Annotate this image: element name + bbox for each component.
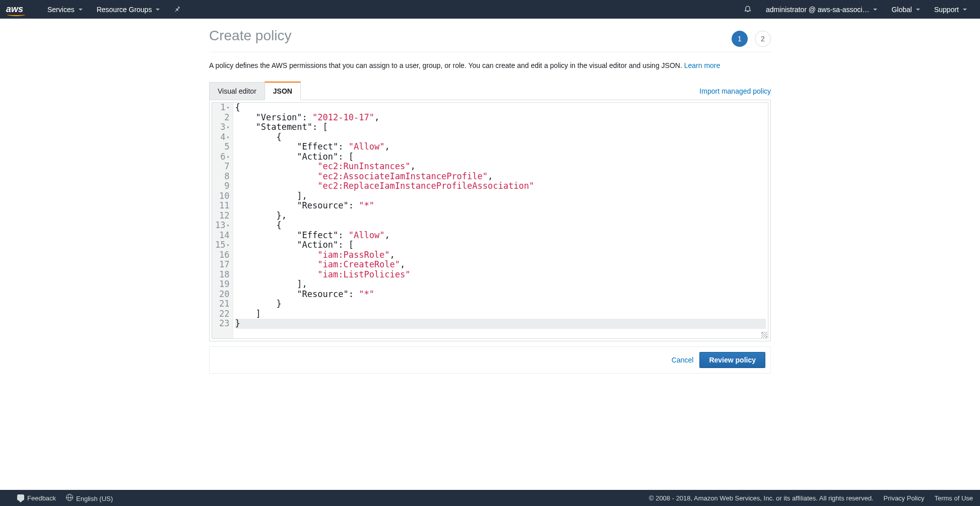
- aws-logo[interactable]: aws: [6, 3, 25, 16]
- cancel-button[interactable]: Cancel: [672, 356, 694, 364]
- wizard-footer: Cancel Review policy: [209, 346, 771, 374]
- tab-visual-editor[interactable]: Visual editor: [209, 82, 265, 100]
- step-2[interactable]: 2: [755, 31, 771, 47]
- pin-icon: [174, 5, 181, 14]
- nav-user[interactable]: administrator @ aws-sa-associ…: [759, 0, 885, 19]
- nav-pin[interactable]: [167, 0, 188, 19]
- caret-down-icon: [156, 9, 160, 11]
- nav-region[interactable]: Global: [884, 0, 927, 19]
- nav-services[interactable]: Services: [40, 0, 90, 19]
- tab-json[interactable]: JSON: [265, 82, 301, 100]
- top-nav: aws Services Resource Groups administrat…: [0, 0, 980, 19]
- page-title: Create policy: [209, 28, 771, 44]
- editor-panel: 1234567891011121314151617181920212223 { …: [209, 100, 771, 341]
- caret-down-icon: [963, 9, 967, 11]
- page-description: A policy defines the AWS permissions tha…: [209, 61, 771, 69]
- wizard-steps: 1 2: [732, 31, 771, 47]
- bell-icon: [744, 5, 752, 14]
- json-editor[interactable]: 1234567891011121314151617181920212223 { …: [212, 102, 768, 339]
- step-1[interactable]: 1: [732, 31, 748, 47]
- import-managed-policy-link[interactable]: Import managed policy: [699, 87, 771, 95]
- caret-down-icon: [873, 9, 877, 11]
- editor-gutter: 1234567891011121314151617181920212223: [212, 103, 233, 338]
- editor-code[interactable]: { "Version": "2012-10-17", "Statement": …: [233, 103, 768, 338]
- divider: [209, 52, 771, 52]
- nav-resource-groups[interactable]: Resource Groups: [90, 0, 167, 19]
- tab-bar: Visual editor JSON Import managed policy: [209, 82, 771, 100]
- page-content: Create policy 1 2 A policy defines the A…: [209, 19, 771, 374]
- caret-down-icon: [916, 9, 920, 11]
- nav-notifications[interactable]: [737, 0, 759, 19]
- resize-handle-icon[interactable]: [761, 332, 767, 338]
- learn-more-link[interactable]: Learn more: [684, 61, 721, 69]
- nav-support[interactable]: Support: [927, 0, 974, 19]
- review-policy-button[interactable]: Review policy: [699, 352, 765, 368]
- caret-down-icon: [79, 9, 83, 11]
